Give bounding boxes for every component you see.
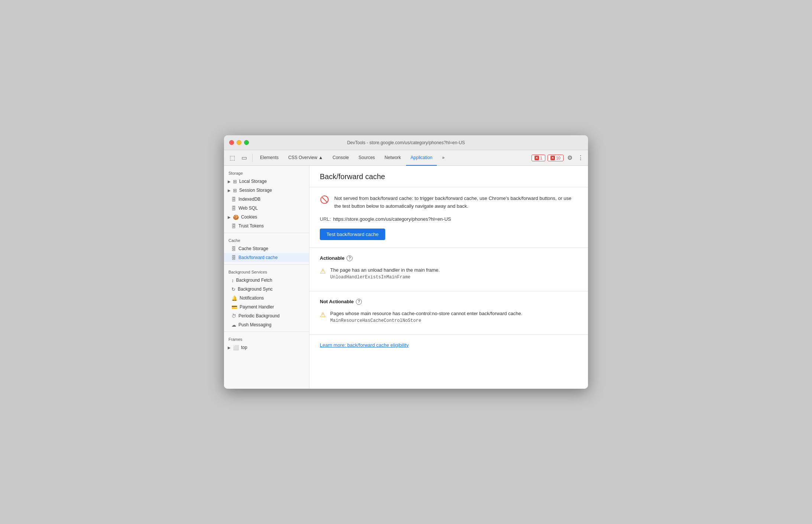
devtools-window: DevTools - store.google.com/us/category/… (224, 135, 588, 389)
not-actionable-issue-text: Pages whose main resource has cache-cont… (330, 311, 522, 316)
info-row: 🚫 Not served from back/forward cache: to… (320, 195, 578, 210)
url-value: https://store.google.com/us/category/pho… (333, 216, 451, 222)
warning-icon-2: ⚠ (320, 311, 326, 319)
block-icon: 🚫 (320, 195, 329, 204)
cookies-icon: 🍪 (233, 214, 239, 220)
settings-icon[interactable]: ⚙ (566, 153, 574, 163)
toolbar-right: ✕ 1 ✕ 10 ⚙ ⋮ (532, 153, 585, 163)
warning-count: 10 (556, 156, 561, 160)
push-messaging-icon: ☁ (231, 322, 236, 328)
cookies-label: Cookies (241, 214, 257, 220)
minimize-button[interactable] (237, 140, 241, 145)
devtools-body: Storage ▶ ⊞ Local Storage ▶ ⊞ Session St… (224, 166, 588, 389)
sidebar-item-local-storage[interactable]: ▶ ⊞ Local Storage (224, 177, 309, 186)
indexeddb-label: IndexedDB (238, 197, 260, 202)
tab-console[interactable]: Console (328, 150, 353, 166)
not-actionable-issue-code: MainResourceHasCacheControlNoStore (330, 318, 522, 323)
cache-storage-label: Cache Storage (238, 246, 268, 251)
not-actionable-help-icon[interactable]: ? (356, 299, 362, 305)
cache-storage-icon: 🗄 (231, 246, 236, 252)
actionable-issue-content: The page has an unload handler in the ma… (330, 267, 440, 280)
frames-header: Frames (224, 334, 309, 343)
window-title: DevTools - store.google.com/us/category/… (347, 140, 465, 145)
session-storage-icon: ⊞ (233, 188, 237, 193)
session-storage-label: Session Storage (239, 188, 272, 193)
cache-header: Cache (224, 235, 309, 244)
not-actionable-title: Not Actionable ? (320, 299, 578, 305)
actionable-section: Actionable ? ⚠ The page has an unload ha… (309, 248, 588, 291)
frame-icon: ⬜ (233, 345, 239, 350)
not-actionable-issue-content: Pages whose main resource has cache-cont… (330, 311, 522, 323)
sidebar-item-bg-fetch[interactable]: ↕ Background Fetch (224, 276, 309, 285)
sidebar-item-bfcache[interactable]: 🗄 Back/forward cache (224, 253, 309, 262)
actionable-issue-text: The page has an unload handler in the ma… (330, 267, 440, 273)
not-actionable-section: Not Actionable ? ⚠ Pages whose main reso… (309, 291, 588, 335)
learn-more-link[interactable]: Learn more: back/forward cache eligibili… (320, 342, 409, 348)
actionable-help-icon[interactable]: ? (347, 255, 353, 261)
payment-handler-icon: 💳 (231, 304, 237, 310)
notifications-label: Notifications (240, 295, 264, 301)
sidebar-item-cache-storage[interactable]: 🗄 Cache Storage (224, 244, 309, 253)
page-header: Back/forward cache (309, 166, 588, 187)
tab-application[interactable]: Application (406, 150, 437, 166)
sidebar: Storage ▶ ⊞ Local Storage ▶ ⊞ Session St… (224, 166, 309, 389)
toolbar-separator (252, 154, 253, 162)
tab-elements[interactable]: Elements (256, 150, 283, 166)
error-badge[interactable]: ✕ 1 (532, 155, 545, 161)
close-button[interactable] (229, 140, 234, 145)
device-icon[interactable]: ▭ (239, 153, 249, 163)
sidebar-item-trust-tokens[interactable]: 🗄 Trust Tokens (224, 221, 309, 230)
sidebar-item-periodic-bg[interactable]: ⏱ Periodic Background (224, 311, 309, 320)
main-content: Back/forward cache 🚫 Not served from bac… (309, 166, 588, 389)
bfcache-icon: 🗄 (231, 255, 236, 261)
sidebar-item-bg-sync[interactable]: ↻ Background Sync (224, 285, 309, 294)
bg-services-header: Background Services (224, 267, 309, 276)
traffic-lights (229, 140, 249, 145)
not-actionable-issue-row: ⚠ Pages whose main resource has cache-co… (320, 311, 578, 323)
sidebar-item-cookies[interactable]: ▶ 🍪 Cookies (224, 213, 309, 221)
sidebar-item-notifications[interactable]: 🔔 Notifications (224, 294, 309, 303)
web-sql-icon: 🗄 (231, 206, 236, 211)
push-messaging-label: Push Messaging (238, 322, 272, 327)
storage-header: Storage (224, 168, 309, 177)
periodic-bg-label: Periodic Background (238, 313, 280, 318)
test-bfcache-button[interactable]: Test back/forward cache (320, 229, 385, 240)
actionable-issue-code: UnloadHandlerExistsInMainFrame (330, 275, 440, 280)
bfcache-label: Back/forward cache (238, 255, 277, 260)
info-message: Not served from back/forward cache: to t… (334, 195, 578, 210)
cursor-icon[interactable]: ⬚ (227, 153, 237, 163)
local-storage-icon: ⊞ (233, 179, 237, 184)
maximize-button[interactable] (244, 140, 249, 145)
page-title: Back/forward cache (320, 172, 578, 181)
sidebar-divider-3 (224, 331, 309, 332)
arrow-icon: ▶ (228, 346, 231, 350)
bg-fetch-label: Background Fetch (236, 278, 272, 283)
sidebar-item-session-storage[interactable]: ▶ ⊞ Session Storage (224, 186, 309, 195)
sidebar-item-push-messaging[interactable]: ☁ Push Messaging (224, 320, 309, 329)
warning-icon: ✕ (550, 156, 555, 160)
sidebar-divider-1 (224, 233, 309, 233)
tab-network[interactable]: Network (380, 150, 405, 166)
sidebar-item-payment-handler[interactable]: 💳 Payment Handler (224, 303, 309, 311)
more-options-icon[interactable]: ⋮ (576, 153, 585, 163)
tab-sources[interactable]: Sources (354, 150, 379, 166)
arrow-icon: ▶ (228, 179, 231, 184)
actionable-title: Actionable ? (320, 255, 578, 261)
error-icon: ✕ (535, 156, 539, 160)
tab-css-overview[interactable]: CSS Overview ▲ (284, 150, 327, 166)
sidebar-divider-2 (224, 264, 309, 265)
top-label: top (241, 345, 247, 350)
payment-handler-label: Payment Handler (240, 304, 274, 310)
sidebar-item-top[interactable]: ▶ ⬜ top (224, 343, 309, 352)
url-label: URL: (320, 216, 331, 222)
sidebar-item-web-sql[interactable]: 🗄 Web SQL (224, 204, 309, 213)
sidebar-item-indexeddb[interactable]: 🗄 IndexedDB (224, 195, 309, 204)
actionable-issue-row: ⚠ The page has an unload handler in the … (320, 267, 578, 280)
arrow-icon: ▶ (228, 215, 231, 219)
bg-sync-label: Background Sync (238, 287, 273, 292)
tab-more[interactable]: » (438, 150, 449, 166)
url-row: URL: https://store.google.com/us/categor… (320, 216, 578, 222)
nav-tabs: Elements CSS Overview ▲ Console Sources … (256, 150, 530, 166)
trust-tokens-label: Trust Tokens (238, 223, 264, 229)
warning-badge[interactable]: ✕ 10 (548, 155, 563, 161)
